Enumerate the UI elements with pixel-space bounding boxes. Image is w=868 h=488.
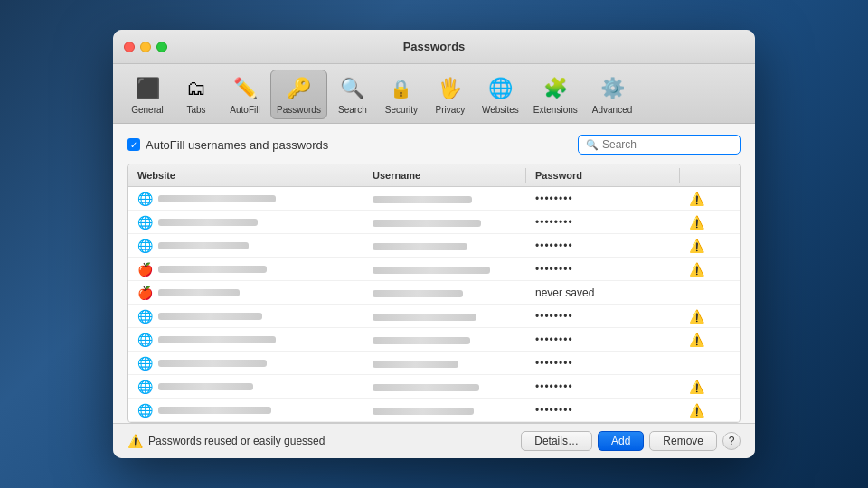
maximize-button[interactable]	[156, 42, 167, 52]
username-blurred	[373, 196, 472, 203]
cell-website: 🍎	[128, 259, 363, 279]
search-box[interactable]: 🔍	[578, 135, 741, 155]
cell-username	[363, 355, 526, 371]
toolbar-item-extensions[interactable]: 🧩 Extensions	[527, 70, 584, 119]
top-controls: ✓ AutoFill usernames and passwords 🔍	[127, 135, 741, 155]
username-blurred	[373, 243, 467, 250]
cell-password: ••••••••	[526, 237, 680, 255]
help-button[interactable]: ?	[722, 432, 741, 450]
add-button[interactable]: Add	[598, 431, 644, 451]
cell-website: 🌐	[128, 377, 363, 397]
cell-warning	[680, 290, 716, 296]
table-row[interactable]: 🌐 •••••••• ⚠️	[128, 187, 740, 211]
security-icon: 🔒	[387, 74, 416, 103]
site-name-blurred	[158, 289, 240, 296]
toolbar-label-extensions: Extensions	[533, 105, 578, 115]
bottom-buttons: Details… Add Remove ?	[521, 431, 741, 451]
autofill-checkbox[interactable]: ✓	[127, 138, 140, 151]
toolbar-item-websites[interactable]: 🌐 Websites	[476, 70, 525, 119]
toolbar-item-tabs[interactable]: 🗂 Tabs	[173, 70, 220, 119]
site-apple-icon: 🍎	[137, 286, 153, 300]
toolbar-item-general[interactable]: ⬛ General	[124, 70, 171, 119]
toolbar-item-security[interactable]: 🔒 Security	[378, 70, 425, 119]
toolbar-label-search: Search	[338, 105, 367, 115]
warning-icon: ⚠️	[689, 239, 704, 253]
toolbar: ⬛ General 🗂 Tabs ✏️ AutoFill 🔑 Passwords…	[113, 64, 755, 124]
cell-username	[363, 332, 526, 348]
content-area: ✓ AutoFill usernames and passwords 🔍 Web…	[113, 124, 755, 423]
cell-warning: ⚠️	[680, 306, 716, 326]
toolbar-item-search[interactable]: 🔍 Search	[329, 70, 376, 119]
traffic-lights	[124, 42, 167, 52]
username-blurred	[373, 290, 463, 297]
search-input[interactable]	[602, 138, 732, 151]
search-toolbar-icon: 🔍	[338, 74, 367, 103]
toolbar-item-advanced[interactable]: ⚙️ Advanced	[586, 70, 638, 119]
table-row[interactable]: 🌐 •••••••• ⚠️	[128, 305, 740, 328]
remove-button[interactable]: Remove	[649, 431, 717, 451]
toolbar-label-tabs: Tabs	[186, 105, 205, 115]
cell-website: 🌐	[128, 353, 363, 373]
warning-icon: ⚠️	[689, 215, 704, 230]
toolbar-label-autofill: AutoFill	[230, 105, 259, 115]
toolbar-item-passwords[interactable]: 🔑 Passwords	[270, 70, 327, 119]
warning-icon: ⚠️	[689, 262, 704, 277]
passwords-icon: 🔑	[284, 74, 313, 103]
close-button[interactable]	[124, 42, 135, 52]
bottom-bar: ⚠️ Passwords reused or easily guessed De…	[113, 423, 755, 458]
warning-icon: ⚠️	[689, 309, 704, 324]
site-name-blurred	[158, 242, 249, 249]
toolbar-item-privacy[interactable]: 🖐️ Privacy	[427, 70, 474, 119]
username-blurred	[373, 361, 458, 368]
warning-icon: ⚠️	[689, 333, 704, 347]
table-row[interactable]: 🌐 •••••••• ⚠️	[128, 375, 740, 399]
table-row[interactable]: 🌐 •••••••• ⚠️	[128, 328, 740, 352]
table-row[interactable]: 🍎 •••••••• ⚠️	[128, 258, 740, 281]
warning-icon: ⚠️	[689, 380, 704, 394]
cell-password: ••••••••	[526, 331, 680, 349]
warning-icon: ⚠️	[689, 192, 704, 206]
toolbar-label-advanced: Advanced	[592, 105, 632, 115]
cell-password: ••••••••	[526, 401, 680, 419]
site-name-blurred	[158, 195, 276, 202]
site-name-blurred	[158, 313, 262, 320]
cell-password-never-saved: never saved	[526, 284, 680, 302]
cell-website: 🌐	[128, 400, 363, 420]
cell-password: ••••••••	[526, 260, 680, 278]
general-icon: ⬛	[133, 74, 162, 103]
cell-website: 🌐	[128, 189, 363, 209]
minimize-button[interactable]	[140, 42, 151, 52]
site-globe-icon: 🌐	[137, 403, 153, 418]
toolbar-label-security: Security	[385, 105, 418, 115]
username-blurred	[373, 337, 470, 344]
username-blurred	[373, 220, 481, 227]
toolbar-label-general: General	[131, 105, 164, 115]
site-name-blurred	[158, 219, 258, 226]
table-row[interactable]: 🌐 •••••••• ⚠️	[128, 399, 740, 422]
cell-website: 🌐	[128, 236, 363, 256]
autofill-checkbox-row[interactable]: ✓ AutoFill usernames and passwords	[127, 138, 328, 152]
cell-username	[363, 191, 526, 207]
username-blurred	[373, 267, 490, 274]
cell-password: ••••••••	[526, 190, 680, 208]
table-row[interactable]: 🌐 •••••••• ⚠️	[128, 234, 740, 258]
details-button[interactable]: Details…	[521, 431, 592, 451]
cell-username	[363, 308, 526, 324]
tabs-icon: 🗂	[182, 74, 211, 103]
table-row[interactable]: 🌐 •••••••• ⚠️	[128, 211, 740, 234]
cell-website: 🍎	[128, 283, 363, 303]
cell-warning: ⚠️	[680, 236, 716, 256]
header-warning	[680, 168, 716, 183]
cell-warning: ⚠️	[680, 330, 716, 350]
site-name-blurred	[158, 266, 267, 273]
table-row[interactable]: 🍎 never saved	[128, 281, 740, 305]
site-name-blurred	[158, 336, 276, 343]
cell-password: ••••••••	[526, 378, 680, 396]
toolbar-label-privacy: Privacy	[436, 105, 466, 115]
table-row[interactable]: 🌐 ••••••••	[128, 352, 740, 375]
header-website: Website	[128, 168, 363, 183]
username-blurred	[373, 408, 474, 415]
toolbar-label-websites: Websites	[482, 105, 519, 115]
site-globe-icon: 🌐	[137, 309, 153, 324]
toolbar-item-autofill[interactable]: ✏️ AutoFill	[222, 70, 269, 119]
